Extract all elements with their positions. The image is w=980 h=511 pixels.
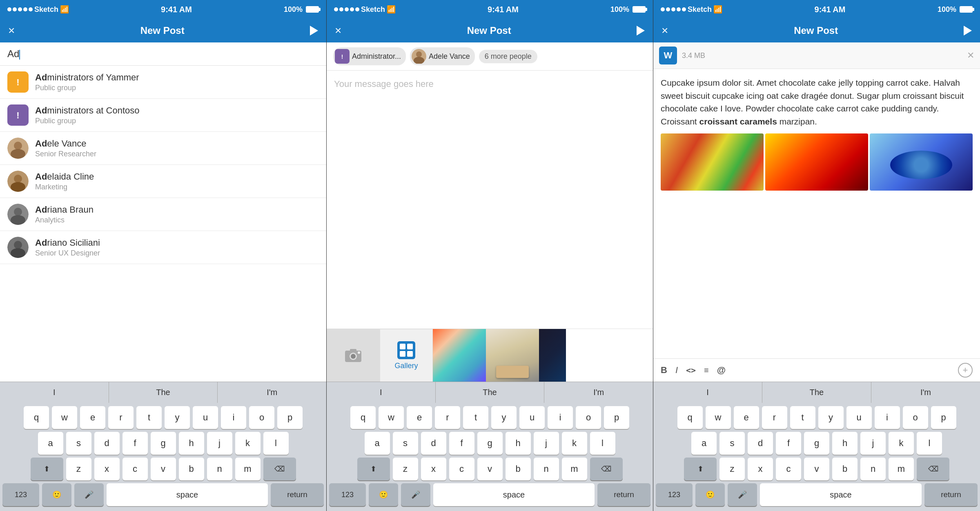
list-item[interactable]: ! Administrators at Contoso Public group xyxy=(0,99,326,132)
key-k[interactable]: k xyxy=(889,432,914,455)
more-recipients-chip[interactable]: 6 more people xyxy=(479,50,537,63)
suggestion-Im[interactable]: I'm xyxy=(544,382,653,403)
key-x[interactable]: x xyxy=(748,458,773,480)
key-w[interactable]: w xyxy=(379,406,404,429)
gallery-button[interactable]: Gallery xyxy=(380,329,433,382)
key-z[interactable]: z xyxy=(719,458,745,480)
key-n[interactable]: n xyxy=(534,458,559,480)
suggestion-Im[interactable]: I'm xyxy=(871,382,980,403)
send-button[interactable] xyxy=(964,26,972,36)
key-shift[interactable]: ⬆ xyxy=(357,458,390,480)
key-l[interactable]: l xyxy=(590,432,615,455)
photo-thumb-2[interactable] xyxy=(486,329,539,382)
key-p[interactable]: p xyxy=(931,406,956,429)
key-l[interactable]: l xyxy=(263,432,289,455)
key-a[interactable]: a xyxy=(365,432,390,455)
key-j[interactable]: j xyxy=(534,432,559,455)
compose-area[interactable]: Your message goes here xyxy=(327,71,653,329)
camera-button[interactable] xyxy=(327,329,380,382)
suggestion-The[interactable]: The xyxy=(436,382,545,403)
key-w[interactable]: w xyxy=(52,406,77,429)
key-c[interactable]: c xyxy=(449,458,474,480)
key-z[interactable]: z xyxy=(66,458,91,480)
list-item[interactable]: Adele Vance Senior Researcher xyxy=(0,132,326,165)
key-m[interactable]: m xyxy=(889,458,914,480)
key-o[interactable]: o xyxy=(903,406,928,429)
key-mic[interactable]: 🎤 xyxy=(401,483,430,506)
suggestion-The[interactable]: The xyxy=(762,382,871,403)
key-u[interactable]: u xyxy=(846,406,872,429)
photo-thumb-3[interactable] xyxy=(539,329,566,382)
key-b[interactable]: b xyxy=(832,458,858,480)
key-z[interactable]: z xyxy=(393,458,418,480)
key-h[interactable]: h xyxy=(179,432,204,455)
photo-thumb-1[interactable] xyxy=(433,329,486,382)
key-j[interactable]: j xyxy=(860,432,886,455)
key-backspace[interactable]: ⌫ xyxy=(590,458,623,480)
format-mention-button[interactable]: @ xyxy=(717,365,726,375)
preview-img-1[interactable] xyxy=(661,133,764,191)
key-emoji[interactable]: 🙂 xyxy=(695,483,725,506)
key-shift[interactable]: ⬆ xyxy=(684,458,717,480)
key-c[interactable]: c xyxy=(122,458,148,480)
key-e[interactable]: e xyxy=(407,406,432,429)
key-g[interactable]: g xyxy=(151,432,176,455)
suggestion-I[interactable]: I xyxy=(0,382,109,403)
send-button[interactable] xyxy=(637,26,645,36)
key-a[interactable]: a xyxy=(38,432,63,455)
list-item[interactable]: Adriana Braun Analytics xyxy=(0,198,326,231)
key-return[interactable]: return xyxy=(924,483,978,506)
attachment-close-button[interactable]: ✕ xyxy=(967,50,974,61)
key-i[interactable]: i xyxy=(875,406,900,429)
close-button[interactable]: × xyxy=(662,25,668,36)
key-p[interactable]: p xyxy=(277,406,303,429)
key-u[interactable]: u xyxy=(193,406,218,429)
key-f[interactable]: f xyxy=(122,432,148,455)
key-emoji[interactable]: 🙂 xyxy=(42,483,71,506)
key-mic[interactable]: 🎤 xyxy=(728,483,757,506)
key-h[interactable]: h xyxy=(506,432,531,455)
key-backspace[interactable]: ⌫ xyxy=(917,458,949,480)
key-n[interactable]: n xyxy=(860,458,886,480)
key-b[interactable]: b xyxy=(179,458,204,480)
key-d[interactable]: d xyxy=(94,432,120,455)
key-m[interactable]: m xyxy=(562,458,587,480)
key-d[interactable]: d xyxy=(748,432,773,455)
key-return[interactable]: return xyxy=(271,483,324,506)
suggestion-I[interactable]: I xyxy=(653,382,762,403)
key-space[interactable]: space xyxy=(433,483,595,506)
key-u[interactable]: u xyxy=(519,406,545,429)
key-t[interactable]: t xyxy=(136,406,162,429)
key-q[interactable]: q xyxy=(24,406,49,429)
key-k[interactable]: k xyxy=(562,432,587,455)
close-button[interactable]: × xyxy=(335,25,341,36)
key-t[interactable]: t xyxy=(790,406,815,429)
key-t[interactable]: t xyxy=(463,406,488,429)
key-w[interactable]: w xyxy=(706,406,731,429)
suggestion-I[interactable]: I xyxy=(327,382,436,403)
key-j[interactable]: j xyxy=(207,432,232,455)
key-g[interactable]: g xyxy=(804,432,829,455)
preview-img-3[interactable] xyxy=(870,133,973,191)
suggestion-The[interactable]: The xyxy=(109,382,218,403)
key-space[interactable]: space xyxy=(107,483,268,506)
key-123[interactable]: 123 xyxy=(656,483,693,506)
key-v[interactable]: v xyxy=(804,458,829,480)
search-input[interactable]: Ad xyxy=(7,48,319,60)
key-b[interactable]: b xyxy=(506,458,531,480)
key-o[interactable]: o xyxy=(249,406,274,429)
send-button[interactable] xyxy=(310,26,318,36)
format-list-button[interactable]: ≡ xyxy=(704,366,709,375)
suggestion-Im[interactable]: I'm xyxy=(218,382,326,403)
key-y[interactable]: y xyxy=(491,406,517,429)
format-add-button[interactable]: + xyxy=(958,363,973,378)
recipient-chip-admin[interactable]: ! Administrator... xyxy=(333,47,406,65)
key-y[interactable]: y xyxy=(818,406,844,429)
key-m[interactable]: m xyxy=(235,458,261,480)
list-item[interactable]: Adriano Siciliani Senior UX Designer xyxy=(0,231,326,264)
key-o[interactable]: o xyxy=(576,406,601,429)
key-f[interactable]: f xyxy=(449,432,474,455)
key-q[interactable]: q xyxy=(350,406,376,429)
key-q[interactable]: q xyxy=(677,406,703,429)
rich-text-area[interactable]: Cupcake ipsum dolor sit. Amet chocolate … xyxy=(653,69,980,358)
